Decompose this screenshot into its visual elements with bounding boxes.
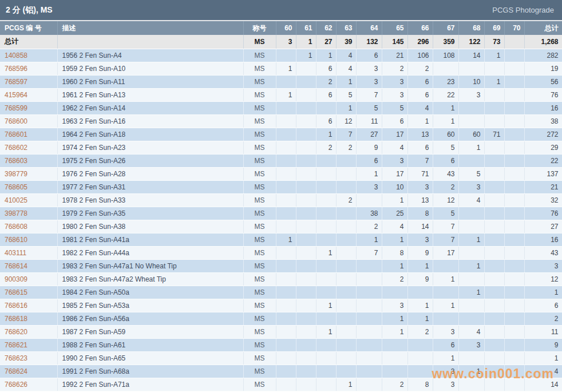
col-header-grade-63: 63 bbox=[336, 21, 356, 35]
table-row: 7686081980 2 Fen Sun-A38MS2414727 bbox=[0, 220, 562, 233]
pcgs-number-link[interactable]: 415964 bbox=[0, 88, 57, 101]
grade-70-count bbox=[504, 338, 524, 351]
grade-62-count: 2 bbox=[316, 75, 336, 88]
photograde-link[interactable]: PCGS Photograde bbox=[492, 6, 554, 14]
grade-68-count: 10 bbox=[458, 75, 484, 88]
grade-61-count bbox=[296, 180, 316, 193]
pcgs-number-link[interactable]: 768597 bbox=[0, 75, 57, 88]
grade-63-count bbox=[336, 299, 356, 312]
grade-70-count bbox=[504, 114, 524, 128]
designation-value: MS bbox=[243, 325, 276, 338]
grade-67-count: 3 bbox=[433, 378, 458, 391]
pcgs-number-link[interactable]: 398778 bbox=[0, 207, 57, 220]
pcgs-number-link[interactable]: 768600 bbox=[0, 114, 57, 128]
pcgs-number-link[interactable]: 410025 bbox=[0, 193, 57, 207]
grade-65-count: 25 bbox=[382, 207, 407, 220]
grade-62-count bbox=[316, 207, 336, 220]
grade-63-count bbox=[336, 259, 356, 272]
pcgs-number-link[interactable]: 768618 bbox=[0, 312, 57, 325]
grade-62-count: 6 bbox=[316, 88, 336, 101]
grade-64-count: 1 bbox=[356, 167, 382, 180]
grade-68-count: 4 bbox=[458, 193, 484, 207]
grade-68-count: 5 bbox=[458, 167, 484, 180]
grade-61-count bbox=[296, 141, 316, 154]
grade-67-count: 43 bbox=[433, 167, 458, 180]
grade-70-count bbox=[504, 88, 524, 101]
grade-62-count: 1 bbox=[316, 299, 336, 312]
pcgs-number-link[interactable]: 768624 bbox=[0, 365, 57, 378]
totals-grade-69: 73 bbox=[484, 35, 504, 49]
designation-value: MS bbox=[243, 246, 276, 259]
pcgs-number-link[interactable]: 768623 bbox=[0, 351, 57, 365]
grade-64-count bbox=[356, 193, 382, 207]
table-row: 7686161985 2 Fen Sun-A53aMS13116 bbox=[0, 299, 562, 312]
totals-grade-63: 39 bbox=[336, 35, 356, 49]
grade-67-count: 1 bbox=[433, 114, 458, 128]
pcgs-number-link[interactable]: 768614 bbox=[0, 259, 57, 272]
pcgs-number-link[interactable]: 768621 bbox=[0, 338, 57, 351]
grade-68-count bbox=[458, 207, 484, 220]
grade-69-count: 1 bbox=[484, 75, 504, 88]
grade-61-count bbox=[296, 286, 316, 299]
table-row: 7686051977 2 Fen Sun-A31MS31032321 bbox=[0, 180, 562, 193]
grade-65-count: 2 bbox=[382, 272, 407, 286]
pcgs-number-link[interactable]: 768615 bbox=[0, 286, 57, 299]
pcgs-number-link[interactable]: 768602 bbox=[0, 141, 57, 154]
grade-64-count: 3 bbox=[356, 75, 382, 88]
designation-value: MS bbox=[243, 114, 276, 128]
pcgs-number-link[interactable]: 768603 bbox=[0, 154, 57, 167]
totals-grade-65: 145 bbox=[382, 35, 407, 49]
pcgs-number-link[interactable]: 768620 bbox=[0, 325, 57, 338]
designation-value: MS bbox=[243, 259, 276, 272]
pcgs-number-link[interactable]: 768599 bbox=[0, 101, 57, 114]
grade-64-count bbox=[356, 338, 382, 351]
grade-67-count: 1 bbox=[433, 299, 458, 312]
pcgs-number-link[interactable]: 768610 bbox=[0, 233, 57, 246]
grade-62-count: 6 bbox=[316, 114, 336, 128]
row-total: 38 bbox=[524, 114, 562, 128]
grade-66-count: 6 bbox=[407, 75, 433, 88]
grade-68-count: 1 bbox=[458, 365, 484, 378]
grade-65-count: 3 bbox=[382, 75, 407, 88]
table-row: 7686021974 2 Fen Sun-A23MS229465129 bbox=[0, 141, 562, 154]
grade-62-count bbox=[316, 338, 336, 351]
grade-64-count: 27 bbox=[356, 128, 382, 141]
pcgs-number-link[interactable]: 768626 bbox=[0, 378, 57, 391]
grade-66-count: 13 bbox=[407, 193, 433, 207]
table-body: 1408581956 2 Fen Sun-A4MS114621106108141… bbox=[0, 49, 562, 391]
grade-61-count bbox=[296, 233, 316, 246]
grade-70-count bbox=[504, 128, 524, 141]
table-row: 9003091983 2 Fen Sun-A47a2 Wheat TipMS29… bbox=[0, 272, 562, 286]
grade-65-count: 10 bbox=[382, 180, 407, 193]
pcgs-number-link[interactable]: 140858 bbox=[0, 49, 57, 62]
pcgs-number-link[interactable]: 403111 bbox=[0, 246, 57, 259]
grade-67-count: 6 bbox=[433, 154, 458, 167]
row-total: 76 bbox=[524, 88, 562, 101]
grade-65-count: 1 bbox=[382, 312, 407, 325]
grade-70-count bbox=[504, 351, 524, 365]
totals-label: 总计 bbox=[0, 35, 57, 49]
col-header-grade-62: 62 bbox=[316, 21, 336, 35]
grade-68-count bbox=[458, 351, 484, 365]
totals-grade-62: 27 bbox=[316, 35, 336, 49]
grade-64-count: 1 bbox=[356, 233, 382, 246]
grade-61-count bbox=[296, 62, 316, 75]
grade-62-count bbox=[316, 351, 336, 365]
grade-70-count bbox=[504, 272, 524, 286]
pcgs-number-link[interactable]: 398779 bbox=[0, 167, 57, 180]
pcgs-number-link[interactable]: 900309 bbox=[0, 272, 57, 286]
pcgs-number-link[interactable]: 768616 bbox=[0, 299, 57, 312]
grade-61-count bbox=[296, 312, 316, 325]
grade-67-count: 5 bbox=[433, 141, 458, 154]
grade-63-count bbox=[336, 338, 356, 351]
pcgs-number-link[interactable]: 768608 bbox=[0, 220, 57, 233]
pcgs-number-link[interactable]: 768596 bbox=[0, 62, 57, 75]
grade-65-count: 17 bbox=[382, 167, 407, 180]
grade-70-count bbox=[504, 325, 524, 338]
pcgs-number-link[interactable]: 768605 bbox=[0, 180, 57, 193]
grade-63-count: 4 bbox=[336, 49, 356, 62]
table-row: 3987791976 2 Fen Sun-A28MS11771435137 bbox=[0, 167, 562, 180]
pcgs-number-link[interactable]: 768601 bbox=[0, 128, 57, 141]
totals-description-empty bbox=[57, 35, 243, 49]
grade-62-count bbox=[316, 378, 336, 391]
